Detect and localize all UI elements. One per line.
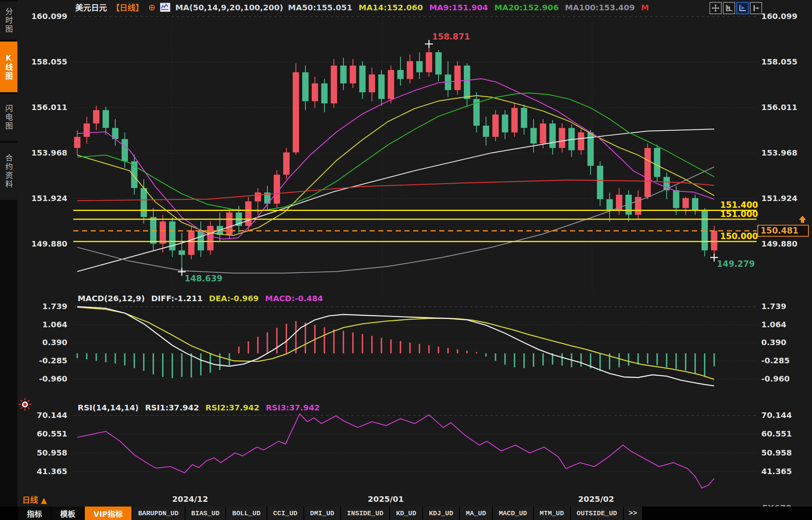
y-axis-label: 149.880 [21,239,67,249]
chart-header: 美元日元 【日线】 ⊕ MA(50,14,9,20,100,200) MA50:… [75,2,649,13]
y-axis-label: 151.924 [21,194,67,203]
rsi3-value: RSI3:37.942 [266,403,320,412]
view-toolbar [709,2,762,14]
mini-chart-icon[interactable] [160,3,170,12]
period-tag[interactable]: 【日线】 [112,2,143,13]
bottom-tab-bias_ud[interactable]: BIAS_UD [185,507,225,520]
recent-low-annotation: 149.279 [717,259,755,269]
bottom-tab-more[interactable]: >> [624,507,642,520]
price-level-tag: 151.000 [720,209,756,219]
macd-diff-value: DIFF:-1.211 [151,294,203,303]
price-level-tag: 151.400 [720,200,756,210]
current-price-box: 150.481 [757,225,809,237]
alert-sun-icon[interactable] [18,398,32,413]
high-price-annotation: 158.871 [432,32,470,42]
y-axis-label: 153.968 [761,148,808,158]
period-label: 日线 [22,495,38,505]
axis-scale-icon[interactable] [723,2,735,14]
y-axis-label: 0.390 [21,338,67,347]
y-axis-label: 160.099 [761,11,808,21]
price-level-tag: 150.000 [720,232,756,241]
bottom-tab-mtm_ud[interactable]: MTM_UD [534,507,570,520]
bottom-tab-barupdn_ud[interactable]: BARUPDN_UD [132,507,185,520]
y-axis-label: 153.968 [21,148,67,158]
triangle-up-icon: ▲ [41,495,47,505]
y-axis-label: 149.880 [761,239,808,249]
bottom-tab-kd_ud[interactable]: KD_UD [390,507,422,520]
y-axis-label: -0.285 [761,356,808,365]
rsi-title: RSI(14,14,14) [78,403,139,412]
indicator-tab-bar: 指标模板VIP指标BARUPDN_UDBIAS_UDBOLL_UDCCI_UDD… [0,507,812,520]
y-axis-label: 50.958 [21,448,67,457]
ma-value-label: MA20:152.906 [494,3,558,12]
sidebar-item-合约资料[interactable]: 合约资料 [0,143,17,200]
y-axis-label: 1.064 [761,320,808,329]
ma-value-label: MA9:151.904 [429,3,488,12]
y-axis-label: 60.551 [761,429,808,438]
link-circle-icon[interactable]: ⊕ [148,2,155,12]
bottom-tab-指标[interactable]: 指标 [18,507,51,520]
sidebar-item-K线图[interactable]: K线图 [0,42,17,92]
bottom-tab-kdj_ud[interactable]: KDJ_UD [423,507,459,520]
y-axis-label: 160.099 [21,11,67,21]
y-axis-label: -0.285 [21,356,67,365]
low-price-annotation: 148.639 [185,274,223,283]
bottom-tab-boll_ud[interactable]: BOLL_UD [226,507,266,520]
macd-panel-header: MACD(26,12,9) DIFF:-1.211 DEA:-0.969 MAC… [78,294,323,303]
rsi2-value: RSI2:37.942 [206,403,259,412]
rsi-panel-header: RSI(14,14,14) RSI1:37.942 RSI2:37.942 RS… [78,403,320,412]
bottom-tab-cci_ud[interactable]: CCI_UD [267,507,303,520]
y-axis-label: 1.739 [761,302,808,311]
y-axis-label: 151.924 [761,194,808,203]
chart-type-sidebar: 分时图K线图闪电图合约资料 [0,0,17,507]
bottom-tab-模板[interactable]: 模板 [51,507,84,520]
y-axis-label: 1.064 [21,320,67,329]
y-axis-label: -0.960 [761,374,808,383]
y-axis-label: 1.739 [21,302,67,311]
symbol-title: 美元日元 [75,2,107,13]
right-margin-icon[interactable] [750,2,762,14]
x-axis-date-label: 2024/12 [162,494,218,504]
ma-values: MA50:155.051MA14:152.060MA9:151.904MA20:… [288,3,649,12]
x-axis-date-label: 2025/02 [568,494,624,504]
pan-tool-icon[interactable] [709,2,722,14]
y-axis-label: 60.551 [21,429,67,438]
sidebar-item-闪电图[interactable]: 闪电图 [0,94,17,141]
macd-dea-value: DEA:-0.969 [209,294,259,303]
axis-play-icon[interactable] [736,2,749,14]
y-axis-label: -0.960 [21,374,67,383]
sidebar-item-分时图[interactable]: 分时图 [0,2,17,40]
y-axis-label: 158.055 [21,57,67,66]
macd-title: MACD(26,12,9) [78,294,145,303]
y-axis-label: 70.144 [761,410,808,420]
y-axis-label: 50.958 [761,448,808,457]
x-axis-date-label: 2025/01 [358,494,414,504]
ma-value-label: MA50:155.051 [288,3,352,12]
period-selector[interactable]: 日线 ▲ [22,494,47,505]
ma-value-label: M [641,3,649,12]
bottom-tab-outside_ud[interactable]: OUTSIDE_UD [571,507,623,520]
y-axis-label: 41.365 [761,467,808,476]
ma-value-label: MA100:153.409 [565,3,635,12]
bottom-tab-ma_ud[interactable]: MA_UD [460,507,492,520]
bottom-tab-inside_ud[interactable]: INSIDE_UD [341,507,389,520]
ma-group-label: MA(50,14,9,20,100,200) [175,3,283,12]
macd-value: MACD:-0.484 [265,294,323,303]
bottom-tab-dmi_ud[interactable]: DMI_UD [304,507,340,520]
y-axis-label: 158.055 [761,57,808,66]
y-axis-label: 0.390 [761,338,808,347]
y-axis-label: 156.011 [761,102,808,112]
y-axis-label: 156.011 [21,102,67,112]
y-axis-label: 41.365 [21,467,67,476]
bottom-tab-vip[interactable]: VIP指标 [85,507,132,520]
ma-value-label: MA14:152.060 [358,3,423,12]
rsi1-value: RSI1:37.942 [145,403,199,412]
price-up-arrow-icon [798,216,807,225]
bottom-tab-macd_ud[interactable]: MACD_UD [493,507,533,520]
